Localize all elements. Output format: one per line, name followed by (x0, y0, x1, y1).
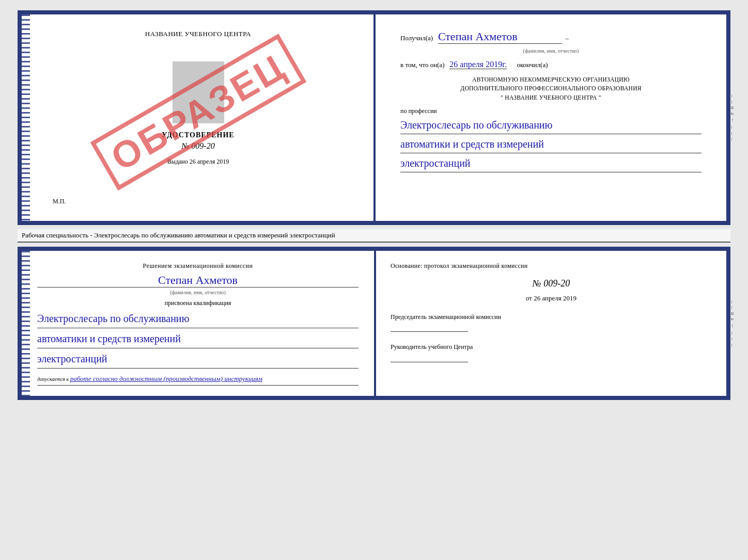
org-block: АВТОНОМНУЮ НЕКОММЕРЧЕСКУЮ ОРГАНИЗАЦИЮ ДО… (400, 75, 702, 102)
top-right-panel: Получил(а) Степан Ахметов – (фамилия, им… (376, 14, 726, 221)
bottom-person-name: Степан Ахметов (37, 274, 359, 287)
received-line: Получил(а) Степан Ахметов – (400, 30, 702, 44)
decision-text: Решением экзаменационной комиссии (37, 261, 359, 270)
bottom-right-side-marks: – – и а ← – – – (729, 251, 736, 396)
cert-date: 26 апреля 2019г. (449, 60, 507, 69)
protocol-number: № 009-20 (391, 276, 712, 291)
director-signature-line (391, 353, 468, 362)
profession-line3: электростанций (400, 154, 702, 172)
chairman-block: Председатель экзаменационной комиссии (391, 312, 712, 332)
subtitle-bar: Рабочая специальность - Электрослесарь п… (18, 229, 730, 243)
top-left-content: НАЗВАНИЕ УЧЕБНОГО ЦЕНТРА УДОСТОВЕРЕНИЕ №… (37, 25, 359, 211)
date-line: в том, что он(а) 26 апреля 2019г. окончи… (400, 60, 702, 69)
top-right-content: Получил(а) Степан Ахметов – (фамилия, им… (390, 25, 712, 211)
bottom-fio-label: (фамилия, имя, отчество) (37, 290, 359, 295)
permitted-text-handwritten: работе согласно должностным (производств… (70, 375, 262, 382)
top-booklet: НАЗВАНИЕ УЧЕБНОГО ЦЕНТРА УДОСТОВЕРЕНИЕ №… (18, 10, 730, 225)
chairman-signature-line (391, 323, 468, 332)
right-side-marks: – – и а ← – – – (729, 14, 736, 221)
issued-date: Выдано 26 апреля 2019 (167, 158, 229, 166)
org-title-left: НАЗВАНИЕ УЧЕБНОГО ЦЕНТРА (145, 30, 251, 38)
director-block: Руководитель учебного Центра (391, 342, 712, 362)
cert-number: № 009-20 (181, 141, 214, 151)
protocol-date: от 26 апреля 2019 (391, 293, 712, 304)
subtitle-text: Рабочая специальность - Электрослесарь п… (22, 231, 335, 239)
basis-text: Основание: протокол экзаменационной коми… (391, 261, 712, 271)
profession-line1: Электрослесарь по обслуживанию (400, 116, 702, 134)
recipient-name: Степан Ахметов (438, 30, 562, 44)
qualification-line2: автоматики и средств измерений (37, 329, 359, 348)
bottom-right-content: Основание: протокол экзаменационной коми… (391, 261, 712, 362)
fio-label-top: (фамилия, имя, отчество) (400, 48, 702, 54)
permitted-block: допускается к работе согласно должностны… (37, 375, 359, 383)
top-left-panel: НАЗВАНИЕ УЧЕБНОГО ЦЕНТРА УДОСТОВЕРЕНИЕ №… (22, 14, 376, 221)
photo-placeholder (173, 61, 224, 123)
profession-label: по профессии (400, 107, 702, 115)
bottom-booklet: Решением экзаменационной комиссии Степан… (18, 247, 730, 400)
cert-type-label: УДОСТОВЕРЕНИЕ (162, 131, 234, 139)
bottom-right-panel: Основание: протокол экзаменационной коми… (376, 251, 726, 396)
assigned-label: присвоена квалификация (37, 299, 359, 307)
mp-label: М.П. (53, 198, 66, 205)
qualification-line3: электростанций (37, 349, 359, 369)
bottom-left-panel: Решением экзаменационной комиссии Степан… (22, 251, 376, 396)
profession-line2: автоматики и средств измерений (400, 135, 702, 153)
document-wrapper: НАЗВАНИЕ УЧЕБНОГО ЦЕНТРА УДОСТОВЕРЕНИЕ №… (10, 10, 738, 400)
qualification-line1: Электрослесарь по обслуживанию (37, 309, 359, 328)
